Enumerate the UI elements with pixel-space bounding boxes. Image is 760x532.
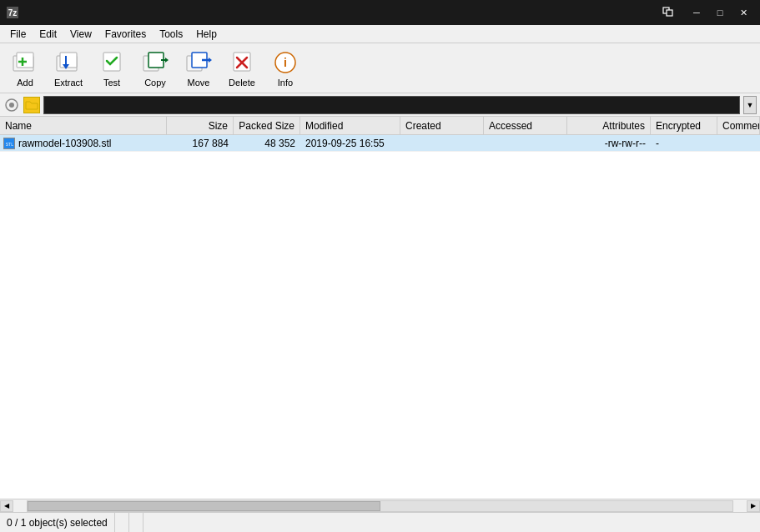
info-icon: i <box>272 49 299 76</box>
col-header-packed[interactable]: Packed Size <box>234 117 300 134</box>
toolbar: Add Extract Test <box>0 43 760 93</box>
move-button[interactable]: Move <box>179 47 219 90</box>
menu-favorites[interactable]: Favorites <box>98 27 153 42</box>
status-size <box>115 513 129 532</box>
file-size: 167 884 <box>167 136 234 151</box>
info-button[interactable]: i Info <box>265 47 305 90</box>
svg-point-25 <box>9 103 14 108</box>
nav-icon[interactable] <box>3 97 20 113</box>
extract-button[interactable]: Extract <box>48 47 88 90</box>
scrollbar-track[interactable] <box>27 500 733 512</box>
col-header-created[interactable]: Created <box>400 117 484 134</box>
minimize-button[interactable]: ─ <box>687 4 707 21</box>
address-input[interactable] <box>43 96 740 114</box>
status-packed <box>129 513 143 532</box>
file-accessed <box>484 142 567 145</box>
menu-edit[interactable]: Edit <box>33 27 63 42</box>
col-header-modified[interactable]: Modified <box>300 117 400 134</box>
test-icon <box>98 49 125 76</box>
status-selected: 0 / 1 object(s) selected <box>0 513 115 532</box>
svg-text:STL: STL <box>6 141 14 146</box>
svg-rect-3 <box>17 53 33 68</box>
menu-bar: File Edit View Favorites Tools Help <box>0 25 760 43</box>
close-button[interactable]: ✕ <box>733 4 753 21</box>
horizontal-scrollbar[interactable]: ◀ ▶ <box>0 499 760 512</box>
col-header-name[interactable]: Name <box>0 117 167 134</box>
column-headers: Name Size Packed Size Modified Created A… <box>0 117 760 135</box>
extract-label: Extract <box>54 78 83 88</box>
svg-marker-14 <box>165 58 169 63</box>
title-bar: 7z ─ □ ✕ <box>0 0 760 25</box>
file-packed: 48 352 <box>234 136 300 151</box>
move-label: Move <box>188 78 210 88</box>
add-label: Add <box>17 78 33 88</box>
file-type-icon: STL <box>3 138 15 149</box>
file-created <box>400 142 484 145</box>
address-dropdown[interactable]: ▼ <box>743 96 757 114</box>
status-extra <box>143 513 760 532</box>
scrollbar-thumb[interactable] <box>28 501 380 511</box>
menu-help[interactable]: Help <box>189 27 224 42</box>
copy-button[interactable]: Copy <box>135 47 175 90</box>
folder-icon <box>23 97 40 113</box>
col-header-size[interactable]: Size <box>167 117 234 134</box>
file-name-cell: STL rawmodel-103908.stl <box>0 136 167 151</box>
title-controls: ─ □ ✕ <box>658 4 753 21</box>
app-icon: 7z <box>7 7 18 18</box>
svg-rect-1 <box>667 10 672 16</box>
delete-button[interactable]: Delete <box>222 47 262 90</box>
file-modified: 2019-09-25 16:55 <box>300 136 400 151</box>
delete-icon <box>229 49 255 76</box>
file-comment <box>717 142 760 145</box>
test-button[interactable]: Test <box>92 47 132 90</box>
maximize-button[interactable]: □ <box>710 4 730 21</box>
scroll-right-button[interactable]: ▶ <box>747 500 760 512</box>
menu-view[interactable]: View <box>63 27 98 42</box>
add-button[interactable]: Add <box>5 47 45 90</box>
col-header-encrypted[interactable]: Encrypted <box>651 117 717 134</box>
add-icon <box>12 49 38 76</box>
info-label: Info <box>278 78 293 88</box>
title-bar-left: 7z <box>7 7 23 18</box>
file-rows: STL rawmodel-103908.stl 167 884 48 352 2… <box>0 135 760 499</box>
menu-file[interactable]: File <box>3 27 33 42</box>
move-icon <box>185 49 212 76</box>
address-bar: ▼ <box>0 93 760 117</box>
svg-text:i: i <box>284 56 287 69</box>
file-name: rawmodel-103908.stl <box>18 138 111 149</box>
svg-marker-18 <box>209 58 212 63</box>
test-label: Test <box>103 78 120 88</box>
table-row[interactable]: STL rawmodel-103908.stl 167 884 48 352 2… <box>0 135 760 152</box>
col-header-accessed[interactable]: Accessed <box>484 117 567 134</box>
restore-icon <box>658 4 682 21</box>
col-header-attributes[interactable]: Attributes <box>567 117 651 134</box>
col-header-comment[interactable]: Comment <box>717 117 760 134</box>
copy-label: Copy <box>144 78 166 88</box>
scroll-left-button[interactable]: ◀ <box>0 500 13 512</box>
status-bar: 0 / 1 object(s) selected <box>0 512 760 532</box>
delete-label: Delete <box>229 78 255 88</box>
extract-icon <box>55 49 82 76</box>
file-list-container: Name Size Packed Size Modified Created A… <box>0 117 760 499</box>
copy-icon <box>142 49 169 76</box>
file-attributes: -rw-rw-r-- <box>567 136 651 151</box>
menu-tools[interactable]: Tools <box>153 27 189 42</box>
file-encrypted: - <box>651 136 717 151</box>
